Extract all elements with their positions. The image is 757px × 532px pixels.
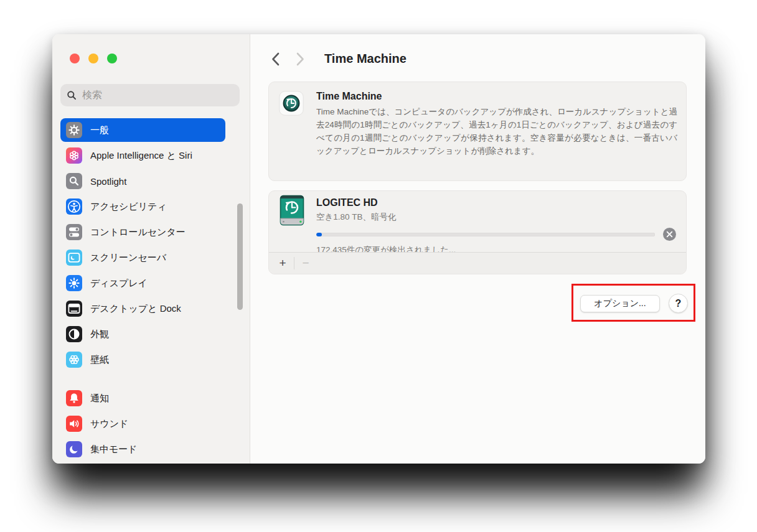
main-panel: Time Machine Time Machine Time bbox=[250, 34, 705, 464]
zoom-button[interactable] bbox=[107, 54, 117, 63]
toolbar-divider bbox=[294, 257, 294, 269]
sidebar-item-label: Spotlight bbox=[90, 176, 126, 187]
progress-bar bbox=[316, 233, 655, 236]
stop-backup-button[interactable] bbox=[663, 228, 676, 241]
remove-disk-button[interactable]: − bbox=[297, 256, 314, 271]
sidebar-item-general[interactable]: 一般 bbox=[60, 118, 225, 142]
accessibility-icon bbox=[66, 198, 82, 215]
search-icon bbox=[67, 90, 77, 100]
sidebar-item-label: 一般 bbox=[90, 124, 109, 136]
disk-list-toolbar: + − bbox=[269, 252, 686, 274]
traffic-lights bbox=[70, 54, 117, 63]
about-card-description: Time Machineでは、コンピュータのバックアップが作成され、ローカルスナ… bbox=[316, 105, 677, 157]
sidebar-item-spotlight[interactable]: Spotlight bbox=[60, 169, 225, 193]
sidebar-item-accessibility[interactable]: アクセシビリティ bbox=[60, 195, 225, 218]
sidebar-item-screen-saver[interactable]: スクリーンセーバ bbox=[60, 246, 225, 269]
time-machine-about-card: Time Machine Time Machineでは、コンピュータのバックアッ… bbox=[268, 82, 687, 181]
speaker-icon bbox=[66, 416, 82, 432]
sidebar-item-display[interactable]: ディスプレイ bbox=[60, 271, 225, 295]
sidebar-nav: 一般 Apple Intelligence と Siri Spotlight bbox=[60, 118, 225, 463]
sidebar-item-label: デスクトップと Dock bbox=[90, 303, 181, 315]
sidebar-item-label: 通知 bbox=[90, 393, 109, 404]
sidebar-item-label: コントロールセンター bbox=[90, 226, 186, 238]
backup-disk-card: LOGITEC HD 空き1.80 TB、暗号化 172,435件の変更が検出さ… bbox=[268, 190, 687, 274]
disk-details: 空き1.80 TB、暗号化 bbox=[316, 211, 676, 223]
backup-progress-row bbox=[316, 228, 676, 241]
sidebar-item-label: 壁紙 bbox=[90, 354, 109, 366]
spotlight-icon bbox=[66, 173, 82, 189]
desktop-dock-icon bbox=[66, 301, 82, 317]
system-settings-window: 一般 Apple Intelligence と Siri Spotlight bbox=[52, 34, 705, 464]
backup-disk-row: LOGITEC HD 空き1.80 TB、暗号化 172,435件の変更が検出さ… bbox=[269, 191, 686, 256]
moon-icon bbox=[66, 441, 82, 457]
about-card-title: Time Machine bbox=[316, 90, 676, 103]
sidebar-item-apple-intelligence-siri[interactable]: Apple Intelligence と Siri bbox=[60, 144, 225, 167]
progress-fill bbox=[316, 233, 322, 236]
close-button[interactable] bbox=[70, 54, 80, 63]
sidebar-scrollbar[interactable] bbox=[237, 203, 243, 310]
sun-icon bbox=[66, 275, 82, 291]
navigation-header: Time Machine bbox=[270, 52, 407, 66]
forward-button[interactable] bbox=[294, 52, 306, 66]
siri-intelligence-icon bbox=[66, 147, 82, 164]
external-drive-icon bbox=[279, 195, 305, 226]
sidebar-item-desktop-dock[interactable]: デスクトップと Dock bbox=[60, 297, 225, 320]
search-input[interactable] bbox=[81, 89, 233, 101]
sidebar-item-notifications[interactable]: 通知 bbox=[60, 386, 225, 410]
minimize-button[interactable] bbox=[88, 54, 98, 63]
sidebar: 一般 Apple Intelligence と Siri Spotlight bbox=[52, 34, 250, 464]
sidebar-item-label: 集中モード bbox=[90, 444, 138, 455]
add-disk-button[interactable]: + bbox=[274, 256, 291, 271]
sidebar-item-appearance[interactable]: 外観 bbox=[60, 322, 225, 346]
sidebar-item-label: ディスプレイ bbox=[90, 278, 148, 289]
options-button[interactable]: オプション... bbox=[580, 295, 660, 312]
sidebar-item-control-center[interactable]: コントロールセンター bbox=[60, 220, 225, 244]
wallpaper-flower-icon bbox=[66, 352, 82, 368]
sidebar-item-focus[interactable]: 集中モード bbox=[60, 437, 225, 461]
sidebar-item-label: スクリーンセーバ bbox=[90, 252, 166, 264]
gear-icon bbox=[66, 122, 82, 138]
disk-name: LOGITEC HD bbox=[316, 196, 676, 210]
bell-icon bbox=[66, 390, 82, 406]
back-button[interactable] bbox=[270, 52, 281, 66]
time-machine-app-icon bbox=[279, 91, 304, 116]
sidebar-item-wallpaper[interactable]: 壁紙 bbox=[60, 348, 225, 371]
sidebar-item-sound[interactable]: サウンド bbox=[60, 412, 225, 436]
contrast-icon bbox=[66, 326, 82, 342]
sidebar-item-label: 外観 bbox=[90, 329, 109, 340]
page-title: Time Machine bbox=[324, 52, 407, 66]
screen-saver-icon bbox=[66, 250, 82, 266]
screenshot-stage: 一般 Apple Intelligence と Siri Spotlight bbox=[0, 0, 757, 532]
sidebar-item-label: Apple Intelligence と Siri bbox=[90, 150, 192, 162]
help-button[interactable]: ? bbox=[669, 294, 688, 313]
sidebar-item-label: サウンド bbox=[90, 418, 128, 430]
search-field[interactable] bbox=[60, 84, 240, 106]
toggles-icon bbox=[66, 224, 82, 240]
sidebar-item-label: アクセシビリティ bbox=[90, 201, 167, 213]
